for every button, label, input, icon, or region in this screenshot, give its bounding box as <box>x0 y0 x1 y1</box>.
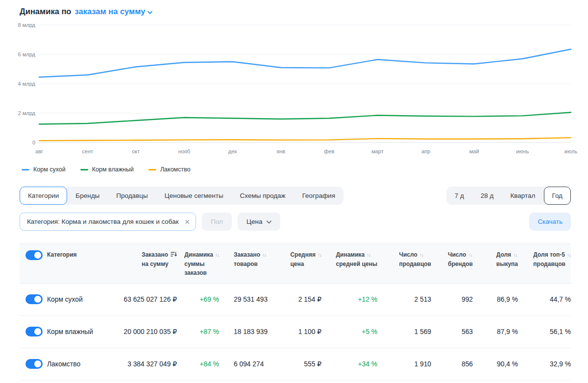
chart-line-1 <box>39 113 571 124</box>
chart-legend: Корм сухойКорм влажныйЛакомство <box>22 166 571 173</box>
price-filter-label: Цена <box>246 218 262 225</box>
x-axis-label: март <box>371 148 384 154</box>
metric-selector-label: заказам на сумму <box>74 7 145 16</box>
gender-filter-label: Пол <box>211 218 223 225</box>
period-tabs: 7 д28 дКварталГод <box>446 187 571 205</box>
period-tab-quarter[interactable]: Квартал <box>502 187 543 205</box>
col-header-ordered_items[interactable]: Заказано↑↓товаров <box>219 244 284 284</box>
x-axis-label: окт <box>132 148 140 154</box>
x-axis-label: июль <box>564 148 577 154</box>
sort-icon-sellers[interactable]: ↑↓ <box>419 252 423 258</box>
page-title: Динамика по <box>20 7 71 16</box>
table-row: Лакомство3 384 327 049 ₽+84 %6 094 27455… <box>20 348 571 380</box>
analytics-dashboard: Динамика по заказам на сумму 02 млрд4 мл… <box>0 0 588 381</box>
row-toggle-cell <box>20 348 47 380</box>
gender-filter: Пол <box>202 213 232 231</box>
col-header-buyout[interactable]: Доля↑↓выкупа <box>473 244 518 284</box>
y-axis-label: 6 млрд <box>18 51 35 57</box>
x-axis-label: фев <box>324 148 334 154</box>
cell-top5: 32,9 % <box>518 348 571 380</box>
x-axis-label: авг <box>35 148 43 154</box>
sort-icon-brands[interactable]: ↑↓ <box>468 252 472 258</box>
metric-selector[interactable]: заказам на сумму <box>74 7 152 16</box>
col-header-top5[interactable]: Доля топ-5↑↓продавцов <box>518 244 571 284</box>
tab-categories[interactable]: Категории <box>20 187 67 205</box>
sort-icon-top5[interactable]: ↑↓ <box>567 252 571 258</box>
legend-line-icon <box>80 169 88 170</box>
category-filter-label: Категория: Корма и лакомства для кошек и… <box>27 218 179 225</box>
col-header-avg_price[interactable]: Средняя↑↓цена <box>284 244 321 284</box>
chart-canvas <box>39 22 571 145</box>
sort-applied-icon-ordered_sum[interactable] <box>171 251 177 258</box>
legend-item: Корм влажный <box>80 166 134 173</box>
legend-label: Лакомство <box>160 166 191 173</box>
select-all-toggle[interactable] <box>25 250 43 260</box>
period-tab-year[interactable]: Год <box>544 187 571 205</box>
sort-icon-ordered_items[interactable]: ↑↓ <box>262 252 266 258</box>
remove-filter-icon[interactable]: × <box>185 219 190 225</box>
sort-icon-buyout[interactable]: ↑↓ <box>513 252 517 258</box>
row-toggle[interactable] <box>25 359 43 369</box>
download-button[interactable]: Скачать <box>529 213 571 231</box>
legend-label: Корм сухой <box>33 166 66 173</box>
cell-avg_price: 1 100 ₽ <box>284 315 321 348</box>
x-axis: авгсентоктноябдекянвфевмартапрмайиюньиюл… <box>39 148 571 157</box>
chevron-down-icon <box>147 7 152 16</box>
y-axis-label: 4 млрд <box>18 81 35 87</box>
x-axis-label: сент <box>82 148 93 154</box>
tab-sellers[interactable]: Продавцы <box>108 187 156 205</box>
period-tab-28d[interactable]: 28 д <box>472 187 502 205</box>
cell-category: Корм сухой <box>47 283 112 315</box>
x-axis-label: янв <box>276 148 285 154</box>
cell-dynamics_sum: +84 % <box>177 348 219 380</box>
cell-avg_price: 555 ₽ <box>284 348 321 380</box>
cell-dynamics_price: +5 % <box>321 315 377 348</box>
cell-brands: 992 <box>431 283 473 315</box>
sort-icon-dynamics_price[interactable]: ↑↓ <box>367 252 370 258</box>
cell-sellers: 1 569 <box>377 315 431 348</box>
cell-dynamics_sum: +69 % <box>177 283 219 315</box>
dimension-tabs: КатегорииБрендыПродавцыЦеновые сегментыС… <box>20 187 343 205</box>
row-toggle[interactable] <box>25 327 43 336</box>
cell-buyout: 86,9 % <box>473 283 518 315</box>
col-header-ordered_sum[interactable]: Заказанона сумму <box>112 244 177 284</box>
col-header-category: Категория <box>47 244 112 284</box>
legend-item: Лакомство <box>148 166 191 173</box>
col-header-dynamics_sum[interactable]: Динамика↑↓суммызаказов <box>177 244 219 284</box>
cell-category: Корм влажный <box>47 315 112 348</box>
y-axis: 02 млрд4 млрд6 млрд8 млрд <box>20 22 39 145</box>
tab-sales-schemes[interactable]: Схемы продаж <box>232 187 294 205</box>
sort-icon-dynamics_sum[interactable]: ↑↓ <box>215 252 219 258</box>
col-header-dynamics_price[interactable]: Динамика↑↓средней цены <box>321 244 377 284</box>
col-header-brands[interactable]: Число↑↓брендов <box>431 244 473 284</box>
x-axis-label: июнь <box>516 148 529 154</box>
categories-table: КатегорияЗаказанона суммуДинамика↑↓суммы… <box>20 243 571 381</box>
sort-icon-avg_price[interactable]: ↑↓ <box>318 252 321 258</box>
cell-category: Лакомство <box>47 348 112 380</box>
legend-item: Корм сухой <box>22 166 66 173</box>
y-axis-label: 8 млрд <box>18 22 35 28</box>
tab-price-segments[interactable]: Ценовые сегменты <box>156 187 232 205</box>
legend-label: Корм влажный <box>92 166 134 173</box>
x-axis-label: апр <box>421 148 430 154</box>
cell-buyout: 87,9 % <box>473 315 518 348</box>
table-row: Корм влажный20 000 210 035 ₽+87 %18 183 … <box>20 315 571 348</box>
cell-buyout: 90,4 % <box>473 348 518 380</box>
cell-dynamics_price: +34 % <box>321 348 377 380</box>
cell-sellers: 2 513 <box>377 283 431 315</box>
chart-line-2 <box>39 138 571 141</box>
row-toggle[interactable] <box>25 294 43 304</box>
col-header-sellers[interactable]: Число↑↓продавцов <box>377 244 431 284</box>
table-row: Корм сухой63 625 027 126 ₽+69 %29 531 49… <box>20 283 571 315</box>
x-axis-label: нояб <box>178 148 190 154</box>
cell-ordered_sum: 20 000 210 035 ₽ <box>112 315 177 348</box>
row-toggle-cell <box>20 315 47 348</box>
period-tab-7d[interactable]: 7 д <box>446 187 472 205</box>
tab-geography[interactable]: География <box>294 187 343 205</box>
cell-ordered_items: 29 531 493 <box>219 283 284 315</box>
price-filter[interactable]: Цена <box>238 213 280 231</box>
tab-brands[interactable]: Бренды <box>67 187 108 205</box>
chevron-down-icon <box>267 218 271 225</box>
cell-top5: 44,7 % <box>518 283 571 315</box>
category-filter-chip[interactable]: Категория: Корма и лакомства для кошек и… <box>20 213 196 231</box>
